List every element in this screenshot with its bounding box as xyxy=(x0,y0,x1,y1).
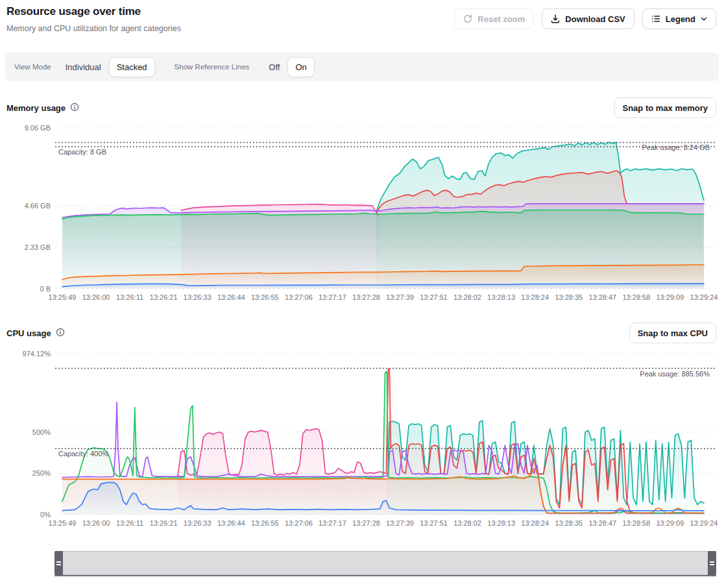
download-csv-label: Download CSV xyxy=(565,14,625,24)
svg-text:13:27:39: 13:27:39 xyxy=(386,293,414,301)
reference-lines-on[interactable]: On xyxy=(287,57,314,77)
svg-text:Capacity: 400%: Capacity: 400% xyxy=(58,450,108,458)
snap-to-max-cpu-button[interactable]: Snap to max CPU xyxy=(629,323,716,343)
svg-text:13:26:11: 13:26:11 xyxy=(116,293,143,301)
chevron-down-icon xyxy=(701,17,707,21)
svg-text:13:27:51: 13:27:51 xyxy=(420,519,448,527)
reset-zoom-label: Reset zoom xyxy=(477,14,525,24)
svg-text:Capacity: 8 GB: Capacity: 8 GB xyxy=(58,148,106,156)
svg-text:9.06 GB: 9.06 GB xyxy=(25,124,51,132)
svg-text:13:29:24: 13:29:24 xyxy=(690,293,718,301)
brush-handle-left[interactable] xyxy=(54,551,63,575)
svg-text:13:28:47: 13:28:47 xyxy=(588,519,616,527)
svg-text:13:26:00: 13:26:00 xyxy=(82,293,110,301)
reference-lines-label: Show Reference Lines xyxy=(175,63,250,71)
svg-text:13:28:24: 13:28:24 xyxy=(521,293,549,301)
time-range-brush[interactable] xyxy=(54,551,716,576)
svg-text:500%: 500% xyxy=(32,428,51,436)
svg-text:13:28:13: 13:28:13 xyxy=(487,519,515,527)
svg-text:13:27:28: 13:27:28 xyxy=(352,519,380,527)
cpu-section-title: CPU usage xyxy=(6,328,51,338)
svg-text:13:28:02: 13:28:02 xyxy=(453,293,481,301)
page-title: Resource usage over time xyxy=(6,5,141,18)
info-icon[interactable] xyxy=(56,328,65,339)
svg-text:2.33 GB: 2.33 GB xyxy=(25,243,51,251)
svg-text:13:28:35: 13:28:35 xyxy=(555,519,583,527)
svg-text:250%: 250% xyxy=(32,469,51,477)
svg-text:13:29:24: 13:29:24 xyxy=(690,519,718,527)
legend-label: Legend xyxy=(666,14,695,24)
toolbar: Reset zoom Download CSV Legend xyxy=(454,8,716,29)
svg-text:13:26:44: 13:26:44 xyxy=(217,519,245,527)
svg-text:13:29:09: 13:29:09 xyxy=(656,293,684,301)
svg-text:13:27:39: 13:27:39 xyxy=(386,519,414,527)
svg-text:13:26:55: 13:26:55 xyxy=(251,293,279,301)
svg-text:13:26:44: 13:26:44 xyxy=(217,293,245,301)
reference-lines-off[interactable]: Off xyxy=(261,57,287,77)
svg-text:13:28:58: 13:28:58 xyxy=(622,519,650,527)
view-mode-label: View Mode xyxy=(14,63,51,71)
svg-text:13:27:06: 13:27:06 xyxy=(285,519,313,527)
memory-chart[interactable]: 9.06 GB4.66 GB2.33 GB0 BPeak usage: 8.24… xyxy=(0,122,724,306)
snap-to-max-memory-button[interactable]: Snap to max memory xyxy=(614,97,717,118)
grip-icon xyxy=(710,561,714,565)
view-mode-stacked[interactable]: Stacked xyxy=(109,57,155,77)
svg-text:13:25:49: 13:25:49 xyxy=(49,519,77,527)
cpu-section-header: CPU usage Snap to max CPU xyxy=(6,323,716,343)
refresh-icon xyxy=(463,14,472,23)
svg-text:13:26:00: 13:26:00 xyxy=(82,519,110,527)
chart-controls: View Mode Individual Stacked Show Refere… xyxy=(5,53,719,81)
svg-text:974.12%: 974.12% xyxy=(23,350,51,358)
svg-text:13:28:35: 13:28:35 xyxy=(555,293,583,301)
svg-text:13:26:21: 13:26:21 xyxy=(150,519,178,527)
svg-text:13:29:09: 13:29:09 xyxy=(656,519,684,527)
svg-text:13:27:06: 13:27:06 xyxy=(285,293,313,301)
svg-text:13:26:33: 13:26:33 xyxy=(184,519,211,527)
memory-section-header: Memory usage Snap to max memory xyxy=(6,97,716,118)
svg-text:0%: 0% xyxy=(40,511,51,519)
svg-text:13:27:51: 13:27:51 xyxy=(420,293,448,301)
svg-text:Peak usage: 885.56%: Peak usage: 885.56% xyxy=(640,370,710,378)
download-icon xyxy=(551,14,560,23)
grip-icon xyxy=(56,561,61,565)
svg-text:13:27:28: 13:27:28 xyxy=(352,293,380,301)
svg-text:13:27:17: 13:27:17 xyxy=(319,293,346,301)
svg-text:13:28:47: 13:28:47 xyxy=(588,293,616,301)
svg-text:13:25:49: 13:25:49 xyxy=(49,293,77,301)
svg-text:13:28:13: 13:28:13 xyxy=(487,293,515,301)
svg-text:0 B: 0 B xyxy=(40,285,51,293)
svg-text:4.66 GB: 4.66 GB xyxy=(25,202,51,210)
page-subtitle: Memory and CPU utilization for agent cat… xyxy=(6,24,181,33)
svg-text:13:28:02: 13:28:02 xyxy=(453,519,481,527)
memory-section-title: Memory usage xyxy=(6,103,66,113)
svg-text:13:28:58: 13:28:58 xyxy=(622,293,650,301)
brush-track[interactable] xyxy=(63,551,708,575)
brush-handle-right[interactable] xyxy=(708,551,716,575)
view-mode-individual[interactable]: Individual xyxy=(58,57,109,77)
reset-zoom-button[interactable]: Reset zoom xyxy=(454,8,534,29)
svg-text:13:28:24: 13:28:24 xyxy=(521,519,549,527)
svg-text:13:26:11: 13:26:11 xyxy=(116,519,143,527)
svg-text:Peak usage: 8.24 GB: Peak usage: 8.24 GB xyxy=(642,143,710,151)
svg-text:13:26:33: 13:26:33 xyxy=(184,293,211,301)
legend-button[interactable]: Legend xyxy=(642,8,716,29)
svg-text:13:26:55: 13:26:55 xyxy=(251,519,279,527)
svg-text:13:27:17: 13:27:17 xyxy=(319,519,346,527)
info-icon[interactable] xyxy=(70,103,79,114)
download-csv-button[interactable]: Download CSV xyxy=(542,8,634,29)
cpu-chart[interactable]: 974.12%500%250%0%Peak usage: 885.56%Capa… xyxy=(0,348,724,532)
svg-text:13:26:21: 13:26:21 xyxy=(150,293,178,301)
list-icon xyxy=(651,14,660,23)
